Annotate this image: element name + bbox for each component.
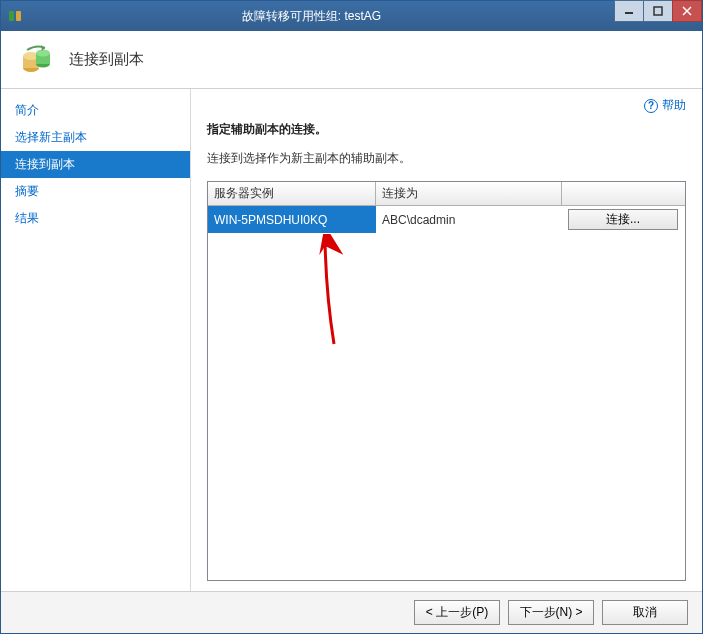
next-button[interactable]: 下一步(N) > xyxy=(508,600,594,625)
minimize-button[interactable] xyxy=(614,0,644,22)
grid-header: 服务器实例 连接为 xyxy=(208,182,685,206)
svg-point-11 xyxy=(36,49,50,56)
grid-cell-action: 连接... xyxy=(562,206,685,233)
content-subtext: 连接到选择作为新主副本的辅助副本。 xyxy=(207,150,686,167)
annotation-arrow-icon xyxy=(312,234,352,354)
titlebar: 故障转移可用性组: testAG xyxy=(1,1,702,31)
grid-cell-instance: WIN-5PMSDHUI0KQ xyxy=(208,206,376,233)
sidebar-item-label: 简介 xyxy=(15,103,39,117)
connect-button[interactable]: 连接... xyxy=(568,209,678,230)
replica-grid: 服务器实例 连接为 WIN-5PMSDHUI0KQ ABC\dcadmin 连接… xyxy=(207,181,686,581)
svg-rect-3 xyxy=(654,7,662,15)
help-icon: ? xyxy=(644,99,658,113)
svg-rect-1 xyxy=(16,11,21,21)
sidebar-item-label: 摘要 xyxy=(15,184,39,198)
sidebar-item-label: 选择新主副本 xyxy=(15,130,87,144)
sidebar-item-results[interactable]: 结果 xyxy=(1,205,190,232)
maximize-button[interactable] xyxy=(643,0,673,22)
sidebar-item-select-primary[interactable]: 选择新主副本 xyxy=(1,124,190,151)
wizard-body: 简介 选择新主副本 连接到副本 摘要 结果 ? 帮助 指定辅助副本的连接。 连接… xyxy=(1,89,702,591)
content-heading: 指定辅助副本的连接。 xyxy=(207,121,686,138)
window-title: 故障转移可用性组: testAG xyxy=(31,8,702,25)
sidebar-item-intro[interactable]: 简介 xyxy=(1,97,190,124)
app-icon xyxy=(7,8,23,24)
window-controls xyxy=(615,0,702,22)
sidebar-item-connect-replica[interactable]: 连接到副本 xyxy=(1,151,190,178)
help-label: 帮助 xyxy=(662,97,686,114)
wizard-header: 连接到副本 xyxy=(1,31,702,89)
back-button[interactable]: < 上一步(P) xyxy=(414,600,500,625)
grid-cell-connect-as: ABC\dcadmin xyxy=(376,206,562,233)
help-link[interactable]: ? 帮助 xyxy=(644,97,686,114)
close-button[interactable] xyxy=(672,0,702,22)
sidebar-item-label: 结果 xyxy=(15,211,39,225)
grid-header-action xyxy=(562,182,685,205)
wizard-header-icon xyxy=(19,42,55,78)
sidebar-item-label: 连接到副本 xyxy=(15,157,75,171)
wizard-window: 故障转移可用性组: testAG xyxy=(0,0,703,634)
grid-row[interactable]: WIN-5PMSDHUI0KQ ABC\dcadmin 连接... xyxy=(208,206,685,233)
svg-rect-0 xyxy=(9,11,14,21)
wizard-footer: < 上一步(P) 下一步(N) > 取消 xyxy=(1,591,702,633)
grid-header-connect-as[interactable]: 连接为 xyxy=(376,182,562,205)
wizard-content: ? 帮助 指定辅助副本的连接。 连接到选择作为新主副本的辅助副本。 服务器实例 … xyxy=(191,89,702,591)
sidebar-item-summary[interactable]: 摘要 xyxy=(1,178,190,205)
wizard-header-title: 连接到副本 xyxy=(69,50,144,69)
grid-header-instance[interactable]: 服务器实例 xyxy=(208,182,376,205)
wizard-sidebar: 简介 选择新主副本 连接到副本 摘要 结果 xyxy=(1,89,191,591)
cancel-button[interactable]: 取消 xyxy=(602,600,688,625)
